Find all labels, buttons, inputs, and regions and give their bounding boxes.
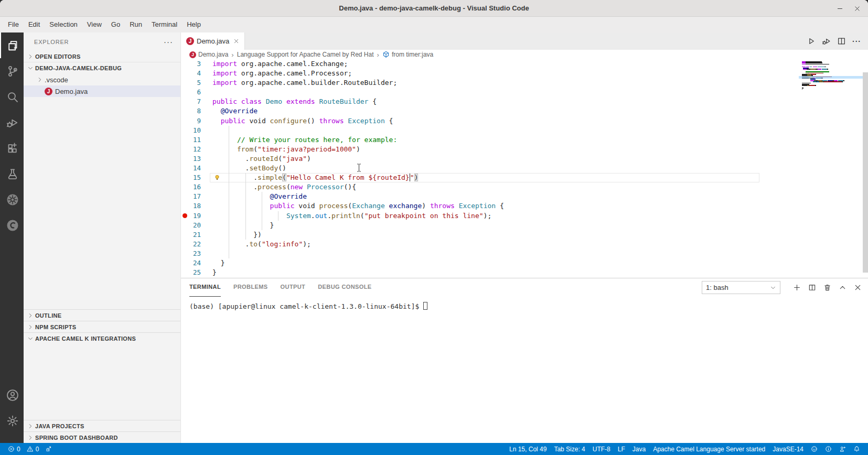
open-editors-section[interactable]: OPEN EDITORS xyxy=(24,51,180,62)
status-notifications[interactable] xyxy=(851,443,863,455)
section-apache-camel-k-integrations[interactable]: APACHE CAMEL K INTEGRATIONS xyxy=(24,332,180,344)
menu-view[interactable]: View xyxy=(82,17,106,32)
activity-account[interactable] xyxy=(0,382,24,408)
status-java-runtime[interactable]: JavaSE-14 xyxy=(770,443,806,455)
terminal-shell-select[interactable]: 1: bash xyxy=(702,281,780,294)
chevron-down-icon xyxy=(26,65,35,71)
tree-item-vscode[interactable]: .vscode xyxy=(24,74,180,85)
code-line-22[interactable]: 22 .to("log:info"); xyxy=(181,240,868,249)
code-line-3[interactable]: 3import org.apache.camel.Exchange; xyxy=(181,59,868,69)
menu-selection[interactable]: Selection xyxy=(45,17,82,32)
more-actions-button[interactable]: ··· xyxy=(851,35,863,48)
activity-search[interactable] xyxy=(0,84,24,110)
editor-group: J Demo.java ··· JDemo.java›Language Supp… xyxy=(181,32,868,443)
minimap[interactable] xyxy=(799,59,863,90)
code-line-21[interactable]: 21 }) xyxy=(181,230,868,240)
line-number: 5 xyxy=(181,78,201,88)
status-cursor-position[interactable]: Ln 15, Col 49 xyxy=(507,443,549,455)
code-line-25[interactable]: 25} xyxy=(181,268,868,277)
split-editor-button[interactable] xyxy=(835,35,848,47)
section-outline[interactable]: OUTLINE xyxy=(24,309,180,321)
panel-tab-terminal[interactable]: TERMINAL xyxy=(189,278,221,297)
status-warnings[interactable]: 0 xyxy=(24,443,42,455)
menu-help[interactable]: Help xyxy=(182,17,206,32)
line-number: 15 xyxy=(181,173,201,182)
code-line-13[interactable]: 13 .routeId("java") xyxy=(181,154,868,164)
kill-terminal-button[interactable] xyxy=(823,284,831,291)
activity-kubernetes[interactable] xyxy=(0,187,24,212)
activity-explorer[interactable] xyxy=(0,32,24,58)
status-errors[interactable]: 0 xyxy=(5,443,23,455)
code-line-6[interactable]: 6 xyxy=(181,88,868,97)
status-camel-ls-status[interactable]: Apache Camel Language Server started xyxy=(650,443,768,455)
code-line-7[interactable]: 7public class Demo extends RouteBuilder … xyxy=(181,97,868,106)
status-info[interactable] xyxy=(822,443,834,455)
line-number: 16 xyxy=(181,182,201,192)
code-line-23[interactable]: 23 xyxy=(181,249,868,258)
status-debug-status[interactable] xyxy=(42,443,55,455)
code-line-10[interactable]: 10 xyxy=(181,126,868,135)
activity-run-debug[interactable] xyxy=(0,110,24,135)
sidebar-more-actions-button[interactable]: ··· xyxy=(164,37,173,46)
code-line-18[interactable]: 18 public void process(Exchange exchange… xyxy=(181,201,868,211)
menu-run[interactable]: Run xyxy=(125,17,147,32)
status-java-share[interactable] xyxy=(837,443,849,455)
close-window-button[interactable] xyxy=(854,5,861,12)
close-panel-button[interactable] xyxy=(854,284,862,291)
activity-source-control[interactable] xyxy=(0,58,24,84)
debug-status-icon xyxy=(45,446,52,452)
code-line-9[interactable]: 9 public void configure() throws Excepti… xyxy=(181,116,868,126)
activity-camel-k[interactable] xyxy=(0,212,24,238)
menu-terminal[interactable]: Terminal xyxy=(147,17,182,32)
panel-tab-debug-console[interactable]: DEBUG CONSOLE xyxy=(318,278,371,297)
status-feedback[interactable] xyxy=(808,443,820,455)
tree-item-demo-java[interactable]: J Demo.java xyxy=(24,85,180,97)
tab-demo-java[interactable]: J Demo.java xyxy=(181,32,245,50)
breadcrumb-item[interactable]: Language Support for Apache Camel by Red… xyxy=(237,51,374,58)
code-line-15[interactable]: 15 .simple("Hello Camel K from ${routeId… xyxy=(181,173,868,182)
panel-tab-output[interactable]: OUTPUT xyxy=(281,278,306,297)
activity-manage[interactable] xyxy=(0,408,24,434)
tab-close-button[interactable] xyxy=(233,38,239,44)
debug-run-button[interactable] xyxy=(820,35,832,47)
activity-extensions[interactable] xyxy=(0,135,24,161)
panel-tab-problems[interactable]: PROBLEMS xyxy=(233,278,268,297)
section-java-projects[interactable]: JAVA PROJECTS xyxy=(24,420,180,431)
terminal-content[interactable]: (base) [apupier@linux camel-k-client-1.3… xyxy=(181,297,868,443)
code-line-4[interactable]: 4import org.apache.camel.Processor; xyxy=(181,69,868,78)
menu-go[interactable]: Go xyxy=(106,17,125,32)
code-line-24[interactable]: 24 } xyxy=(181,258,868,268)
code-line-14[interactable]: 14 .setBody() xyxy=(181,164,868,173)
breadcrumb-item[interactable]: JDemo.java xyxy=(189,51,228,58)
code-line-8[interactable]: 8 @Override xyxy=(181,106,868,116)
status-encoding[interactable]: UTF-8 xyxy=(590,443,613,455)
run-button[interactable] xyxy=(805,35,817,47)
window-controls xyxy=(837,0,861,17)
status-indentation[interactable]: Tab Size: 4 xyxy=(551,443,587,455)
code-line-12[interactable]: 12 from("timer:java?period=1000") xyxy=(181,145,868,154)
status-language-mode[interactable]: Java xyxy=(630,443,648,455)
person-icon xyxy=(839,446,846,452)
code-editor[interactable]: 3import org.apache.camel.Exchange;4impor… xyxy=(181,59,868,278)
split-terminal-button[interactable] xyxy=(808,284,816,291)
code-line-11[interactable]: 11 // Write your routes here, for exampl… xyxy=(181,135,868,145)
maximize-panel-button[interactable] xyxy=(839,284,846,291)
section-npm-scripts[interactable]: NPM SCRIPTS xyxy=(24,321,180,332)
menu-edit[interactable]: Edit xyxy=(24,17,45,32)
section-spring-boot-dashboard[interactable]: SPRING BOOT DASHBOARD xyxy=(24,431,180,443)
code-line-19[interactable]: 19 System.out.println("put breakpoint on… xyxy=(181,211,868,221)
menu-file[interactable]: File xyxy=(3,17,24,32)
code-line-16[interactable]: 16 .process(new Processor(){ xyxy=(181,182,868,192)
editor-scrollbar[interactable] xyxy=(863,72,868,273)
activity-test[interactable] xyxy=(0,161,24,187)
line-number: 18 xyxy=(181,201,201,211)
breadcrumb-item[interactable]: from timer:java xyxy=(382,51,433,58)
code-line-17[interactable]: 17 @Override xyxy=(181,192,868,201)
line-number: 7 xyxy=(181,97,201,106)
code-line-20[interactable]: 20 } xyxy=(181,221,868,230)
workspace-root-folder[interactable]: DEMO-JAVA-CAMELK-DEBUG xyxy=(24,62,180,74)
code-line-5[interactable]: 5import org.apache.camel.builder.RouteBu… xyxy=(181,78,868,88)
new-terminal-button[interactable] xyxy=(793,284,801,291)
minimize-button[interactable] xyxy=(837,5,843,12)
status-eol[interactable]: LF xyxy=(615,443,628,455)
